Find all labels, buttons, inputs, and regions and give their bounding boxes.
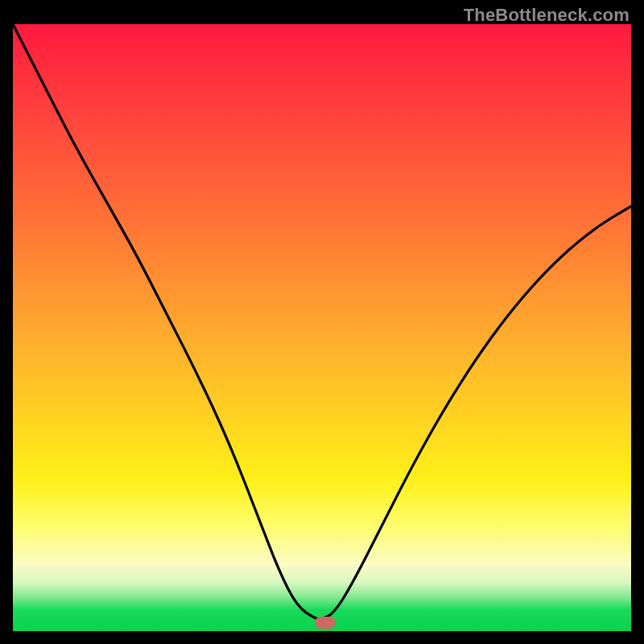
chart-frame: TheBottleneck.com <box>0 0 644 644</box>
plot-area <box>13 24 631 631</box>
optimal-marker <box>315 617 336 629</box>
watermark-text: TheBottleneck.com <box>464 5 630 26</box>
bottleneck-curve <box>13 24 631 631</box>
